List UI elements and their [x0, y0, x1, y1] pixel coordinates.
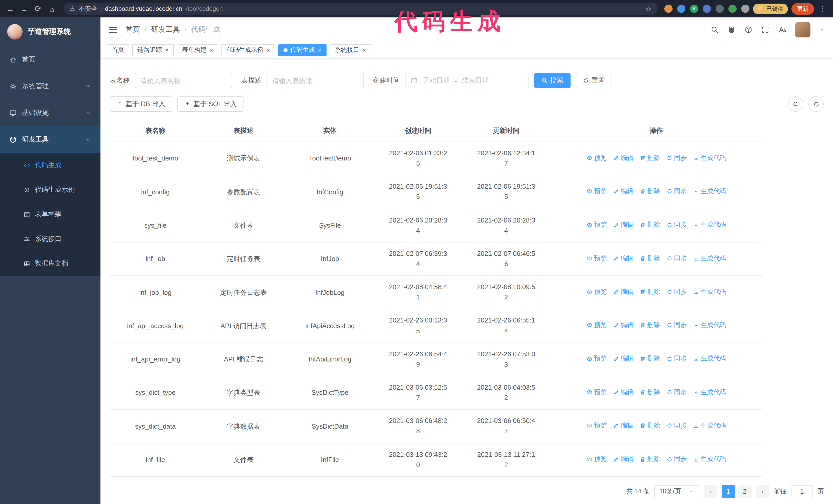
delete-link[interactable]: 删除 [640, 454, 660, 464]
app-logo[interactable]: 芋道管理系统 [0, 18, 100, 46]
generate-code-link[interactable]: 生成代码 [693, 421, 726, 431]
delete-link[interactable]: 删除 [640, 220, 660, 230]
sync-link[interactable]: 同步 [666, 421, 687, 431]
extension-slate-icon[interactable] [716, 5, 724, 13]
edit-link[interactable]: 编辑 [613, 153, 633, 163]
preview-link[interactable]: 预览 [586, 454, 607, 464]
import-db-button[interactable]: 基于 DB 导入 [110, 96, 172, 112]
table-desc-input[interactable] [266, 73, 364, 88]
generate-code-link[interactable]: 生成代码 [693, 320, 726, 330]
close-tab-icon[interactable]: × [266, 47, 270, 53]
prev-page-button[interactable]: ‹ [704, 485, 717, 498]
delete-link[interactable]: 删除 [640, 153, 660, 163]
browser-menu-icon[interactable]: ⋮ [818, 4, 828, 13]
extension-green-v-icon[interactable]: V [690, 5, 698, 13]
edit-link[interactable]: 编辑 [613, 354, 633, 364]
search-button[interactable]: 搜索 [534, 73, 571, 88]
reload-button[interactable]: ⟳ [33, 4, 43, 13]
page-button-1[interactable]: 1 [721, 485, 735, 498]
edit-link[interactable]: 编辑 [613, 254, 633, 263]
delete-link[interactable]: 删除 [640, 187, 660, 196]
edit-link[interactable]: 编辑 [613, 187, 633, 196]
extension-leaf-icon[interactable] [729, 5, 737, 13]
generate-code-link[interactable]: 生成代码 [693, 287, 726, 297]
sync-link[interactable]: 同步 [666, 454, 687, 464]
close-tab-icon[interactable]: × [362, 47, 366, 53]
sidebar-item-form-builder[interactable]: 表单构建 [0, 202, 100, 226]
import-sql-button[interactable]: 基于 SQL 导入 [177, 96, 244, 112]
sync-link[interactable]: 同步 [666, 187, 687, 196]
tab-codegen[interactable]: 代码生成× [278, 44, 327, 56]
sidebar-item-codegen-demo[interactable]: 代码生成示例 [0, 177, 100, 202]
user-avatar[interactable] [795, 22, 810, 38]
generate-code-link[interactable]: 生成代码 [693, 254, 726, 263]
paused-badge[interactable]: 已暂停 [753, 3, 788, 14]
generate-code-link[interactable]: 生成代码 [693, 387, 726, 397]
close-tab-icon[interactable]: × [165, 47, 169, 53]
goto-page-input[interactable] [791, 485, 813, 498]
preview-link[interactable]: 预览 [586, 254, 607, 263]
tab-home[interactable]: 首页 [106, 44, 129, 56]
preview-link[interactable]: 预览 [586, 220, 607, 230]
font-size-icon[interactable] [778, 26, 786, 34]
close-tab-icon[interactable]: × [318, 47, 322, 53]
sidebar-item-codegen[interactable]: 代码生成 [0, 153, 100, 177]
bookmark-star-icon[interactable]: ☆ [646, 5, 651, 13]
preview-link[interactable]: 预览 [586, 354, 607, 364]
sidebar-item-home[interactable]: 首页 [0, 46, 100, 73]
edit-link[interactable]: 编辑 [613, 454, 633, 464]
preview-link[interactable]: 预览 [586, 387, 607, 397]
extension-orange-icon[interactable] [664, 5, 672, 13]
refresh-table-button[interactable] [808, 96, 824, 112]
date-end-placeholder[interactable]: 结束日期 [462, 76, 489, 85]
next-page-button[interactable]: › [756, 485, 769, 498]
breadcrumb-item[interactable]: 研发工具 [151, 25, 180, 34]
table-name-input[interactable] [135, 73, 232, 88]
sidebar-item-system-api[interactable]: 系统接口 [0, 226, 100, 251]
preview-link[interactable]: 预览 [586, 320, 607, 330]
delete-link[interactable]: 删除 [640, 387, 660, 397]
extension-people-icon[interactable] [703, 5, 711, 13]
generate-code-link[interactable]: 生成代码 [693, 354, 726, 364]
preview-link[interactable]: 预览 [586, 187, 607, 196]
sidebar-item-db-doc[interactable]: 数据库文档 [0, 251, 100, 276]
extension-puzzle-icon[interactable] [741, 5, 749, 13]
home-button[interactable]: ⌂ [47, 4, 57, 13]
generate-code-link[interactable]: 生成代码 [693, 153, 726, 163]
tab-codegen-demo[interactable]: 代码生成示例× [221, 44, 275, 56]
extension-blue-icon[interactable] [677, 5, 685, 13]
reset-button[interactable]: 重置 [576, 73, 612, 88]
preview-link[interactable]: 预览 [586, 153, 607, 163]
edit-link[interactable]: 编辑 [613, 387, 633, 397]
delete-link[interactable]: 删除 [640, 254, 660, 263]
caret-down-icon[interactable] [819, 27, 825, 32]
date-range-picker[interactable]: 开始日期 - 结束日期 [405, 73, 529, 88]
sidebar-item-devtools[interactable]: 研发工具 [0, 126, 100, 153]
security-label[interactable]: 不安全 [79, 4, 97, 13]
tab-tracing[interactable]: 链路追踪× [132, 44, 174, 56]
preview-link[interactable]: 预览 [586, 421, 607, 431]
url-bar[interactable]: ⚠ 不安全 dashboard.yudao.iocoder.cn/tool/co… [64, 3, 658, 15]
sync-link[interactable]: 同步 [666, 220, 687, 230]
edit-link[interactable]: 编辑 [613, 320, 633, 330]
back-button[interactable]: ← [5, 4, 15, 13]
delete-link[interactable]: 删除 [640, 287, 660, 297]
page-button-2[interactable]: 2 [738, 485, 751, 498]
sidebar-item-infra[interactable]: 基础设施 [0, 99, 100, 126]
fullscreen-icon[interactable] [761, 26, 769, 34]
date-start-placeholder[interactable]: 开始日期 [423, 76, 450, 85]
help-icon[interactable] [744, 26, 753, 34]
breadcrumb-item[interactable]: 首页 [125, 25, 140, 34]
delete-link[interactable]: 删除 [640, 421, 660, 431]
edit-link[interactable]: 编辑 [613, 220, 633, 230]
sidebar-item-system[interactable]: 系统管理 [0, 73, 100, 99]
edit-link[interactable]: 编辑 [613, 287, 633, 297]
search-icon[interactable] [711, 26, 719, 34]
tab-form-builder[interactable]: 表单构建× [177, 44, 218, 56]
toggle-search-button[interactable] [788, 96, 803, 112]
page-size-select[interactable]: 10条/页 [654, 485, 699, 498]
update-button[interactable]: 更新 [791, 3, 814, 15]
edit-link[interactable]: 编辑 [613, 421, 633, 431]
delete-link[interactable]: 删除 [640, 320, 660, 330]
github-icon[interactable] [728, 26, 736, 34]
